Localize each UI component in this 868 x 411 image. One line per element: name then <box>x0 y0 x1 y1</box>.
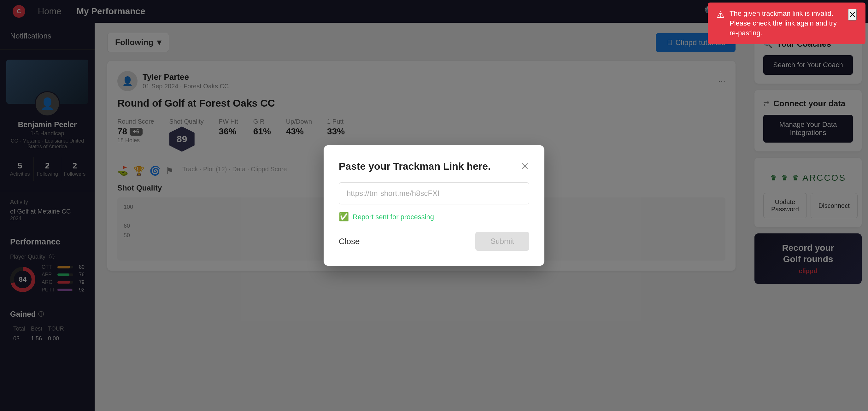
modal-success-message: ✅ Report sent for processing <box>339 212 529 222</box>
modal-submit-button[interactable]: Submit <box>475 232 529 251</box>
toast-warning-icon: ⚠ <box>717 9 724 20</box>
toast-message: The given trackman link is invalid. Plea… <box>730 9 839 38</box>
success-check-icon: ✅ <box>339 212 349 222</box>
modal-title: Paste your Trackman Link here. <box>339 161 491 172</box>
modal-footer: Close Submit <box>339 232 529 251</box>
trackman-modal: Paste your Trackman Link here. ✕ ✅ Repor… <box>323 145 545 266</box>
error-toast: ⚠ The given trackman link is invalid. Pl… <box>708 2 866 44</box>
trackman-link-input[interactable] <box>339 182 529 204</box>
modal-overlay: Paste your Trackman Link here. ✕ ✅ Repor… <box>0 0 868 411</box>
modal-close-icon-button[interactable]: ✕ <box>521 160 529 172</box>
toast-close-button[interactable]: ✕ <box>848 9 857 21</box>
modal-close-button[interactable]: Close <box>339 236 360 246</box>
modal-header: Paste your Trackman Link here. ✕ <box>339 160 529 172</box>
